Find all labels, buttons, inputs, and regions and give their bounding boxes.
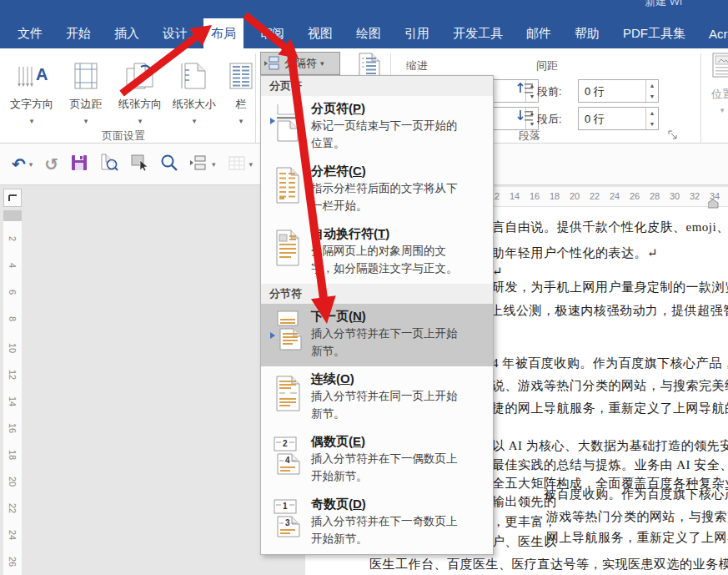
menu-item-title: 偶数页(E) xyxy=(311,433,488,450)
page-setup-button-1[interactable]: A 文字方向 ▾ xyxy=(3,52,60,139)
odd-page-icon: 13 xyxy=(264,496,311,554)
page-setup-button-2[interactable]: 页边距 ▾ xyxy=(62,52,110,139)
document-text-line: 被百度收购。作为百度旗下核心产品，hao xyxy=(544,487,728,502)
menu-item-N[interactable]: 下一页(N) 插入分节符并在下一页上开始新节。 xyxy=(261,304,493,366)
ruler-number: 18 xyxy=(8,450,18,463)
button-label: 纸张大小 xyxy=(173,97,216,112)
tab-selector-button[interactable] xyxy=(3,189,22,207)
spacing-after-value: 0 行 xyxy=(579,108,645,129)
button-label: 纸张方向 xyxy=(118,97,162,112)
breaks-menu: 分页符 分页符(P) 标记一页结束与下一页开始的位置。 分栏符(C) 指示分栏符… xyxy=(260,75,494,555)
ruler-number: 24 xyxy=(8,530,18,543)
menu-item-description: 指示分栏符后面的文字将从下一栏开始。 xyxy=(311,179,488,214)
break-icon xyxy=(190,154,208,175)
spacing-before-label: 段前: xyxy=(537,84,562,99)
breaks-button[interactable]: 分隔符 ▾ xyxy=(260,52,340,75)
ribbon-tab-2[interactable]: 开始 xyxy=(58,18,98,48)
ribbon-tab-4[interactable]: 设计 xyxy=(155,18,195,48)
document-text-line: 以 AI 为核心、大数据为基础打造的领先安全品牌， xyxy=(492,438,728,454)
position-button[interactable]: 位置 ▾ xyxy=(705,52,728,139)
undo-button[interactable]: ↶▾ xyxy=(12,156,33,173)
find-button[interactable] xyxy=(160,154,178,175)
ribbon-tab-bar: 文件开始插入设计布局审阅视图绘图引用开发工具邮件帮助PDF工具集Acro xyxy=(0,18,728,48)
svg-text:1: 1 xyxy=(283,502,288,511)
menu-item-E[interactable]: 24 偶数页(E) 插入分节符并在下一偶数页上开始新节。 xyxy=(261,429,493,492)
document-text-line: 输出领先的 xyxy=(492,494,557,510)
window-title: 新建 Wi xyxy=(645,0,682,9)
page-setup-button-3[interactable]: 纸张方向 ▾ xyxy=(112,52,168,139)
ruler-number: 22 xyxy=(590,191,600,201)
vertical-ruler[interactable]: 2468101214161820222426 xyxy=(3,210,22,575)
menu-item-O[interactable]: 连续(O) 插入分节符并在同一页上开始新节。 xyxy=(261,366,493,429)
print-preview-icon xyxy=(100,154,118,175)
ruler-number: 26 xyxy=(8,557,18,570)
document-text-line: 游戏等热门分类的网站，与搜索完美结合 xyxy=(546,509,728,525)
document-text-line: 最佳实践的总结与提炼。业务由 AI 安全、移动安全、 xyxy=(492,457,728,473)
ruler-number: 2 xyxy=(8,236,18,250)
position-button-label: 位置 xyxy=(711,87,728,102)
svg-text:2: 2 xyxy=(283,439,288,448)
breaks-button-label: 分隔符 xyxy=(284,56,317,71)
table-button[interactable]: ▾ xyxy=(228,154,254,175)
page-setup-button-4[interactable]: 纸张大小 ▾ xyxy=(170,52,218,139)
ruler-number: 22 xyxy=(8,503,18,517)
horizontal-ruler[interactable]: 121416182022242628303234 xyxy=(467,187,728,207)
redo-icon: ↺ xyxy=(44,156,58,173)
svg-text:A: A xyxy=(36,65,48,83)
document-text-line: ，更丰富， xyxy=(492,514,557,530)
ribbon-tab-6[interactable]: 审阅 xyxy=(252,18,292,48)
ribbon-tab-8[interactable]: 绘图 xyxy=(349,18,389,48)
menu-item-title: 连续(O) xyxy=(311,371,488,387)
menu-item-T[interactable]: 自动换行符(T) 分隔网页上的对象周围的文字，如分隔题注文字与正文。 xyxy=(261,221,493,284)
ribbon-tab-13[interactable]: PDF工具集 xyxy=(615,18,693,48)
chevron-down-icon: ▾ xyxy=(239,117,244,125)
ribbon-tab-5[interactable]: 布局 xyxy=(203,18,244,48)
save-button[interactable] xyxy=(70,154,88,175)
chevron-down-icon: ▾ xyxy=(29,160,33,169)
spacing-before-field[interactable]: 0 行 ▲▼ xyxy=(578,79,659,103)
break-button[interactable]: ▾ xyxy=(190,154,216,175)
menu-item-title: 分栏符(C) xyxy=(311,163,488,179)
menu-item-description: 标记一页结束与下一页开始的位置。 xyxy=(311,117,488,152)
menu-item-description: 插入分节符并在下一页上开始新节。 xyxy=(311,325,488,360)
space-before-icon xyxy=(517,81,534,98)
find-icon xyxy=(160,154,178,175)
spacing-after-spinner[interactable]: ▲▼ xyxy=(645,108,658,129)
spacing-after-field[interactable]: 0 行 ▲▼ xyxy=(578,107,659,130)
svg-text:3: 3 xyxy=(285,518,290,527)
document-text-line: 上线公测，极速内核强劲动力，提供超强智能搜索， xyxy=(490,303,728,319)
ribbon-tab-10[interactable]: 开发工具 xyxy=(445,18,510,48)
chevron-down-icon: ▾ xyxy=(138,117,143,125)
document-text-line: 说、游戏等热门分类的网站，与搜索完美结合，为中 xyxy=(492,378,728,394)
ruler-number: 30 xyxy=(670,191,680,201)
text-direction-icon: A xyxy=(16,52,48,90)
ribbon-tab-12[interactable]: 帮助 xyxy=(567,18,607,48)
menu-item-D[interactable]: 13 奇数页(D) 插入分节符并在下一奇数页上开始新节。 xyxy=(261,492,493,554)
document-text-line: 医生工作台、百度医生、医疗直达号等，实现医患双选的业务模式，从而优化医 xyxy=(369,557,728,572)
ribbon-tab-3[interactable]: 插入 xyxy=(107,18,147,48)
chevron-down-icon: ▾ xyxy=(320,59,324,68)
document-text-line: 网上导航服务，重新定义了上网导航的概 xyxy=(546,530,728,546)
menu-item-P[interactable]: 分页符(P) 标记一页结束与下一页开始的位置。 xyxy=(261,96,493,159)
redo-button[interactable]: ↺ xyxy=(44,156,58,173)
print-preview-button[interactable] xyxy=(100,154,118,175)
dialog-launcher-icon[interactable] xyxy=(667,129,678,144)
ruler-number: 14 xyxy=(8,396,18,410)
menu-item-description: 分隔网页上的对象周围的文字，如分隔题注文字与正文。 xyxy=(311,242,488,277)
ribbon-tab-1[interactable]: 文件 xyxy=(10,18,50,48)
document-text-line: 户、医生以 xyxy=(492,534,557,550)
ribbon-tab-7[interactable]: 视图 xyxy=(300,18,340,48)
ruler-number: 24 xyxy=(610,191,620,201)
spacing-before-spinner[interactable]: ▲▼ xyxy=(645,80,658,102)
ruler-number: 20 xyxy=(8,477,18,490)
document-text-line: 研发，为手机上网用户量身定制的一款浏览类产品， xyxy=(492,280,728,295)
ruler-number: 32 xyxy=(690,191,700,201)
ribbon-tab-11[interactable]: 邮件 xyxy=(519,18,559,48)
ribbon-tab-14[interactable]: Acro xyxy=(701,18,728,48)
select-paste-button[interactable] xyxy=(130,154,148,175)
ribbon-tab-9[interactable]: 引用 xyxy=(397,18,437,48)
orientation-icon xyxy=(124,52,156,90)
position-icon xyxy=(711,52,728,82)
document-text-line: 4 年被百度收购。作为百度旗下核心产品，hao123 及 xyxy=(492,356,728,371)
menu-item-C[interactable]: 分栏符(C) 指示分栏符后面的文字将从下一栏开始。 xyxy=(261,159,493,221)
